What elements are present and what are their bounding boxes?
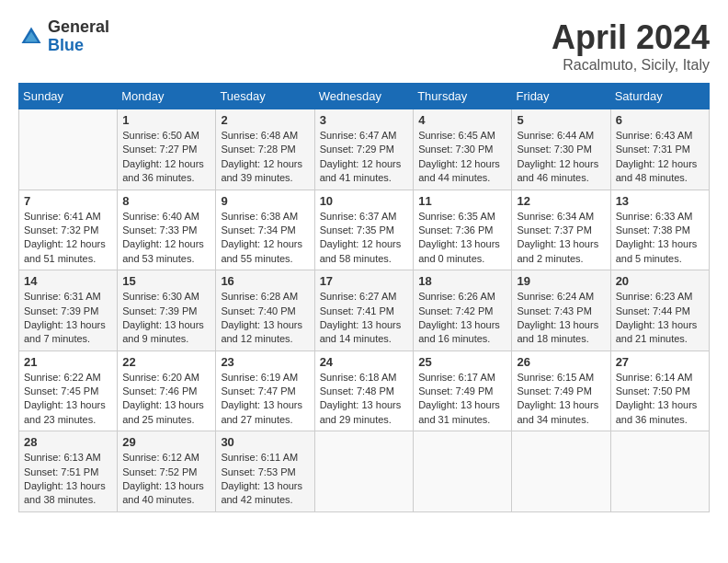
day-number: 4 [418, 113, 506, 127]
calendar-cell: 16Sunrise: 6:28 AMSunset: 7:40 PMDayligh… [216, 270, 314, 351]
day-number: 1 [122, 113, 210, 127]
calendar-cell: 15Sunrise: 6:30 AMSunset: 7:39 PMDayligh… [118, 270, 216, 351]
calendar-cell: 24Sunrise: 6:18 AMSunset: 7:48 PMDayligh… [314, 350, 414, 431]
calendar-cell: 29Sunrise: 6:12 AMSunset: 7:52 PMDayligh… [118, 431, 216, 512]
calendar-cell: 18Sunrise: 6:26 AMSunset: 7:42 PMDayligh… [414, 270, 512, 351]
calendar-table: SundayMondayTuesdayWednesdayThursdayFrid… [18, 83, 710, 512]
calendar-week-row: 14Sunrise: 6:31 AMSunset: 7:39 PMDayligh… [19, 270, 710, 351]
calendar-cell: 26Sunrise: 6:15 AMSunset: 7:49 PMDayligh… [512, 350, 610, 431]
header-monday: Monday [118, 84, 216, 109]
calendar-cell: 28Sunrise: 6:13 AMSunset: 7:51 PMDayligh… [19, 431, 118, 512]
day-info: Sunrise: 6:50 AMSunset: 7:27 PMDaylight:… [122, 129, 210, 186]
day-number: 29 [122, 435, 210, 449]
day-info: Sunrise: 6:14 AMSunset: 7:50 PMDaylight:… [616, 371, 704, 428]
day-info: Sunrise: 6:27 AMSunset: 7:41 PMDaylight:… [320, 290, 409, 347]
day-number: 27 [616, 355, 704, 369]
calendar-cell: 17Sunrise: 6:27 AMSunset: 7:41 PMDayligh… [314, 270, 414, 351]
calendar-cell: 25Sunrise: 6:17 AMSunset: 7:49 PMDayligh… [414, 350, 512, 431]
day-number: 21 [24, 355, 112, 369]
calendar-cell: 3Sunrise: 6:47 AMSunset: 7:29 PMDaylight… [314, 109, 414, 190]
calendar-cell: 19Sunrise: 6:24 AMSunset: 7:43 PMDayligh… [512, 270, 610, 351]
calendar-cell [19, 109, 118, 190]
day-number: 11 [418, 194, 506, 208]
day-number: 25 [418, 355, 506, 369]
logo-text: General Blue [48, 18, 109, 55]
header-tuesday: Tuesday [216, 84, 314, 109]
day-number: 2 [221, 113, 309, 127]
calendar-week-row: 1Sunrise: 6:50 AMSunset: 7:27 PMDaylight… [19, 109, 710, 190]
page-header: General Blue April 2024 Racalmuto, Sicil… [18, 18, 710, 74]
day-number: 9 [221, 194, 309, 208]
logo-blue-text: Blue [48, 37, 109, 55]
calendar-cell [512, 431, 610, 512]
day-number: 14 [24, 274, 112, 288]
day-number: 30 [221, 435, 309, 449]
day-number: 6 [616, 113, 704, 127]
calendar-cell: 11Sunrise: 6:35 AMSunset: 7:36 PMDayligh… [414, 190, 512, 270]
logo-general-text: General [48, 18, 109, 37]
day-info: Sunrise: 6:11 AMSunset: 7:53 PMDaylight:… [221, 451, 309, 508]
calendar-cell: 7Sunrise: 6:41 AMSunset: 7:32 PMDaylight… [19, 190, 118, 270]
month-year-title: April 2024 [552, 18, 710, 57]
day-info: Sunrise: 6:24 AMSunset: 7:43 PMDaylight:… [517, 290, 605, 347]
calendar-cell: 8Sunrise: 6:40 AMSunset: 7:33 PMDaylight… [118, 190, 216, 270]
header-sunday: Sunday [19, 84, 118, 109]
day-info: Sunrise: 6:35 AMSunset: 7:36 PMDaylight:… [418, 210, 506, 267]
day-number: 22 [122, 355, 210, 369]
day-info: Sunrise: 6:37 AMSunset: 7:35 PMDaylight:… [320, 210, 409, 267]
calendar-cell: 2Sunrise: 6:48 AMSunset: 7:28 PMDaylight… [216, 109, 314, 190]
logo: General Blue [18, 18, 109, 55]
day-info: Sunrise: 6:22 AMSunset: 7:45 PMDaylight:… [24, 371, 112, 428]
calendar-cell: 14Sunrise: 6:31 AMSunset: 7:39 PMDayligh… [19, 270, 118, 351]
day-info: Sunrise: 6:30 AMSunset: 7:39 PMDaylight:… [122, 290, 210, 347]
day-number: 7 [24, 194, 112, 208]
calendar-cell: 12Sunrise: 6:34 AMSunset: 7:37 PMDayligh… [512, 190, 610, 270]
day-number: 12 [517, 194, 605, 208]
calendar-cell: 1Sunrise: 6:50 AMSunset: 7:27 PMDaylight… [118, 109, 216, 190]
day-info: Sunrise: 6:31 AMSunset: 7:39 PMDaylight:… [24, 290, 112, 347]
day-number: 3 [320, 113, 409, 127]
calendar-cell [414, 431, 512, 512]
day-number: 8 [122, 194, 210, 208]
day-info: Sunrise: 6:45 AMSunset: 7:30 PMDaylight:… [418, 129, 506, 186]
day-info: Sunrise: 6:17 AMSunset: 7:49 PMDaylight:… [418, 371, 506, 428]
calendar-cell: 23Sunrise: 6:19 AMSunset: 7:47 PMDayligh… [216, 350, 314, 431]
calendar-cell: 13Sunrise: 6:33 AMSunset: 7:38 PMDayligh… [610, 190, 709, 270]
day-number: 18 [418, 274, 506, 288]
day-info: Sunrise: 6:19 AMSunset: 7:47 PMDaylight:… [221, 371, 309, 428]
calendar-cell: 30Sunrise: 6:11 AMSunset: 7:53 PMDayligh… [216, 431, 314, 512]
calendar-week-row: 28Sunrise: 6:13 AMSunset: 7:51 PMDayligh… [19, 431, 710, 512]
day-info: Sunrise: 6:15 AMSunset: 7:49 PMDaylight:… [517, 371, 605, 428]
day-info: Sunrise: 6:28 AMSunset: 7:40 PMDaylight:… [221, 290, 309, 347]
calendar-cell: 22Sunrise: 6:20 AMSunset: 7:46 PMDayligh… [118, 350, 216, 431]
calendar-cell [610, 431, 709, 512]
calendar-week-row: 21Sunrise: 6:22 AMSunset: 7:45 PMDayligh… [19, 350, 710, 431]
calendar-cell: 9Sunrise: 6:38 AMSunset: 7:34 PMDaylight… [216, 190, 314, 270]
header-thursday: Thursday [414, 84, 512, 109]
calendar-cell: 6Sunrise: 6:43 AMSunset: 7:31 PMDaylight… [610, 109, 709, 190]
day-info: Sunrise: 6:38 AMSunset: 7:34 PMDaylight:… [221, 210, 309, 267]
day-number: 10 [320, 194, 409, 208]
day-info: Sunrise: 6:23 AMSunset: 7:44 PMDaylight:… [616, 290, 704, 347]
calendar-week-row: 7Sunrise: 6:41 AMSunset: 7:32 PMDaylight… [19, 190, 710, 270]
day-info: Sunrise: 6:12 AMSunset: 7:52 PMDaylight:… [122, 451, 210, 508]
calendar-cell: 27Sunrise: 6:14 AMSunset: 7:50 PMDayligh… [610, 350, 709, 431]
calendar-header-row: SundayMondayTuesdayWednesdayThursdayFrid… [19, 84, 710, 109]
day-info: Sunrise: 6:13 AMSunset: 7:51 PMDaylight:… [24, 451, 112, 508]
day-info: Sunrise: 6:41 AMSunset: 7:32 PMDaylight:… [24, 210, 112, 267]
calendar-cell: 4Sunrise: 6:45 AMSunset: 7:30 PMDaylight… [414, 109, 512, 190]
day-info: Sunrise: 6:34 AMSunset: 7:37 PMDaylight:… [517, 210, 605, 267]
calendar-cell: 5Sunrise: 6:44 AMSunset: 7:30 PMDaylight… [512, 109, 610, 190]
calendar-cell: 20Sunrise: 6:23 AMSunset: 7:44 PMDayligh… [610, 270, 709, 351]
day-number: 5 [517, 113, 605, 127]
location-subtitle: Racalmuto, Sicily, Italy [552, 57, 710, 74]
day-number: 20 [616, 274, 704, 288]
calendar-cell [314, 431, 414, 512]
day-number: 23 [221, 355, 309, 369]
day-info: Sunrise: 6:48 AMSunset: 7:28 PMDaylight:… [221, 129, 309, 186]
day-info: Sunrise: 6:47 AMSunset: 7:29 PMDaylight:… [320, 129, 409, 186]
day-info: Sunrise: 6:43 AMSunset: 7:31 PMDaylight:… [616, 129, 704, 186]
title-block: April 2024 Racalmuto, Sicily, Italy [552, 18, 710, 74]
day-number: 17 [320, 274, 409, 288]
day-info: Sunrise: 6:33 AMSunset: 7:38 PMDaylight:… [616, 210, 704, 267]
